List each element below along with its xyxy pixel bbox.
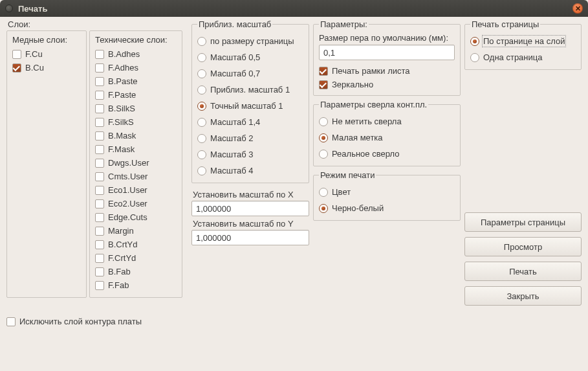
layer-b-crtyd-checkbox[interactable]: B.CrtYd xyxy=(95,238,177,251)
scale-opt-4-radio[interactable]: Точный масштаб 1 xyxy=(197,98,303,114)
layer-b-crtyd-label: B.CrtYd xyxy=(108,240,177,249)
scale-opt-2-label: Масштаб 0,7 xyxy=(210,69,260,78)
layer-cmts-user-label: Cmts.User xyxy=(108,172,177,181)
drill-opt-0-label: Не метить сверла xyxy=(332,117,402,126)
scale-y-label: Установить масштаб по Y xyxy=(193,219,309,229)
layer-margin-label: Margin xyxy=(108,226,177,236)
layer-f-mask-checkbox[interactable]: F.Mask xyxy=(95,142,177,156)
layer-f-silks-checkbox[interactable]: F.SilkS xyxy=(95,115,177,129)
layer-edge-cuts-checkbox[interactable]: Edge.Cuts xyxy=(95,210,177,224)
scale-opt-7-label: Масштаб 3 xyxy=(210,150,253,159)
pen-size-label: Размер пера по умолчанию (мм): xyxy=(319,33,455,43)
layer-b-paste-checkbox[interactable]: B.Paste xyxy=(95,74,177,88)
mode-opt-1-radio[interactable]: Черно-белый xyxy=(319,200,455,216)
layer-dwgs-user-label: Dwgs.User xyxy=(108,158,177,168)
drill-group-title: Параметры сверла конт.пл. xyxy=(319,100,428,109)
print-button[interactable]: Печать xyxy=(464,262,582,281)
scale-x-label: Установить масштаб по X xyxy=(193,190,309,199)
mode-opt-0-radio[interactable]: Цвет xyxy=(319,184,455,200)
pen-size-input[interactable] xyxy=(319,45,455,60)
layer-b-cu-checkbox[interactable]: B.Cu xyxy=(12,61,81,74)
layer-edge-cuts-label: Edge.Cuts xyxy=(108,212,177,222)
scale-opt-8-radio[interactable]: Масштаб 4 xyxy=(197,163,303,179)
layer-eco2-user-label: Eco2.User xyxy=(108,199,177,208)
layer-b-silks-checkbox[interactable]: B.SilkS xyxy=(95,102,177,115)
layer-f-paste-checkbox[interactable]: F.Paste xyxy=(95,88,177,102)
scale-opt-4-label: Точный масштаб 1 xyxy=(210,101,283,111)
layer-f-fab-checkbox[interactable]: F.Fab xyxy=(95,278,177,292)
exclude-edge-label: Исключить слой контура платы xyxy=(19,317,582,326)
drill-group: Параметры сверла конт.пл. Не метить свер… xyxy=(313,100,461,166)
mode-opt-1-label: Черно-белый xyxy=(332,203,384,213)
layer-f-mask-label: F.Mask xyxy=(108,144,177,154)
scale-opt-3-label: Приблиз. масштаб 1 xyxy=(210,85,290,95)
preview-button[interactable]: Просмотр xyxy=(464,237,582,256)
scale-opt-7-radio[interactable]: Масштаб 3 xyxy=(197,146,303,163)
scale-opt-6-label: Масштаб 2 xyxy=(210,133,253,143)
layer-b-mask-checkbox[interactable]: B.Mask xyxy=(95,129,177,142)
page-opt-1-label: Одна страница xyxy=(483,52,542,62)
print-frame-checkbox[interactable]: Печать рамки листа xyxy=(319,64,455,78)
page-opt-0-label: По странице на слой xyxy=(483,36,565,46)
layer-b-cu-label: B.Cu xyxy=(25,63,81,73)
layer-f-silks-label: F.SilkS xyxy=(108,117,177,127)
titlebar: Печать ✕ xyxy=(0,0,588,17)
page-print-title: Печать страницы xyxy=(470,19,540,29)
layer-f-crtyd-label: F.CrtYd xyxy=(108,253,177,263)
scale-y-input[interactable] xyxy=(191,230,309,245)
scale-group: Приблиз. масштаб по размеру страницыМасш… xyxy=(191,19,309,183)
print-dialog: Печать ✕ Слои: Медные слои: F.CuB.Cu Тех… xyxy=(0,0,588,371)
scale-opt-2-radio[interactable]: Масштаб 0,7 xyxy=(197,65,303,82)
layer-b-adhes-label: B.Adhes xyxy=(108,49,177,59)
window-title: Печать xyxy=(18,4,572,14)
drill-opt-2-label: Реальное сверло xyxy=(332,149,399,159)
layer-b-adhes-checkbox[interactable]: B.Adhes xyxy=(95,47,177,61)
tech-layers-group: Технические слои: B.AdhesF.AdhesB.PasteF… xyxy=(89,30,182,298)
scale-opt-6-radio[interactable]: Масштаб 2 xyxy=(197,130,303,146)
mirror-label: Зеркально xyxy=(332,80,455,89)
drill-opt-0-radio[interactable]: Не метить сверла xyxy=(319,113,455,129)
layer-f-paste-label: F.Paste xyxy=(108,90,177,100)
layer-margin-checkbox[interactable]: Margin xyxy=(95,224,177,238)
tech-layers-title: Технические слои: xyxy=(95,35,177,45)
print-frame-label: Печать рамки листа xyxy=(332,66,455,76)
mirror-checkbox[interactable]: Зеркально xyxy=(319,78,455,91)
layer-eco1-user-checkbox[interactable]: Eco1.User xyxy=(95,183,177,197)
dialog-content: Слои: Медные слои: F.CuB.Cu Технические … xyxy=(0,17,588,371)
params-group: Параметры: Размер пера по умолчанию (мм)… xyxy=(313,19,461,96)
layer-eco2-user-checkbox[interactable]: Eco2.User xyxy=(95,197,177,210)
layer-b-fab-checkbox[interactable]: B.Fab xyxy=(95,265,177,278)
layer-f-adhes-label: F.Adhes xyxy=(108,63,177,73)
layer-f-adhes-checkbox[interactable]: F.Adhes xyxy=(95,61,177,74)
titlebar-app-icon xyxy=(5,5,13,12)
scale-opt-3-radio[interactable]: Приблиз. масштаб 1 xyxy=(197,82,303,98)
scale-opt-0-radio[interactable]: по размеру страницы xyxy=(197,33,303,49)
scale-opt-1-label: Масштаб 0,5 xyxy=(210,52,260,62)
close-button[interactable]: Закрыть xyxy=(464,286,582,306)
page-opt-0-radio[interactable]: По странице на слой xyxy=(470,33,576,49)
scale-opt-0-label: по размеру страницы xyxy=(210,36,294,46)
close-icon[interactable]: ✕ xyxy=(572,3,583,14)
drill-opt-2-radio[interactable]: Реальное сверло xyxy=(319,146,455,162)
scale-group-title: Приблиз. масштаб xyxy=(197,19,272,29)
page-setup-button[interactable]: Параметры страницы xyxy=(464,212,582,232)
layer-f-crtyd-checkbox[interactable]: F.CrtYd xyxy=(95,251,177,265)
print-mode-title: Режим печати xyxy=(319,170,376,180)
scale-x-input[interactable] xyxy=(191,201,309,216)
exclude-edge-checkbox[interactable]: Исключить слой контура платы xyxy=(6,315,582,328)
scale-opt-5-label: Масштаб 1,4 xyxy=(210,117,260,127)
layer-b-mask-label: B.Mask xyxy=(108,131,177,141)
page-opt-1-radio[interactable]: Одна страница xyxy=(470,49,576,65)
layer-cmts-user-checkbox[interactable]: Cmts.User xyxy=(95,170,177,183)
scale-opt-5-radio[interactable]: Масштаб 1,4 xyxy=(197,114,303,130)
drill-opt-1-radio[interactable]: Малая метка xyxy=(319,129,455,146)
mode-opt-0-label: Цвет xyxy=(332,187,351,197)
layer-f-cu-label: F.Cu xyxy=(25,49,81,59)
layer-b-fab-label: B.Fab xyxy=(108,267,177,276)
scale-opt-1-radio[interactable]: Масштаб 0,5 xyxy=(197,49,303,65)
layers-label: Слои: xyxy=(8,19,188,29)
layer-f-cu-checkbox[interactable]: F.Cu xyxy=(12,47,81,61)
layer-f-fab-label: F.Fab xyxy=(108,280,177,290)
copper-layers-group: Медные слои: F.CuB.Cu xyxy=(6,30,87,298)
layer-dwgs-user-checkbox[interactable]: Dwgs.User xyxy=(95,156,177,170)
